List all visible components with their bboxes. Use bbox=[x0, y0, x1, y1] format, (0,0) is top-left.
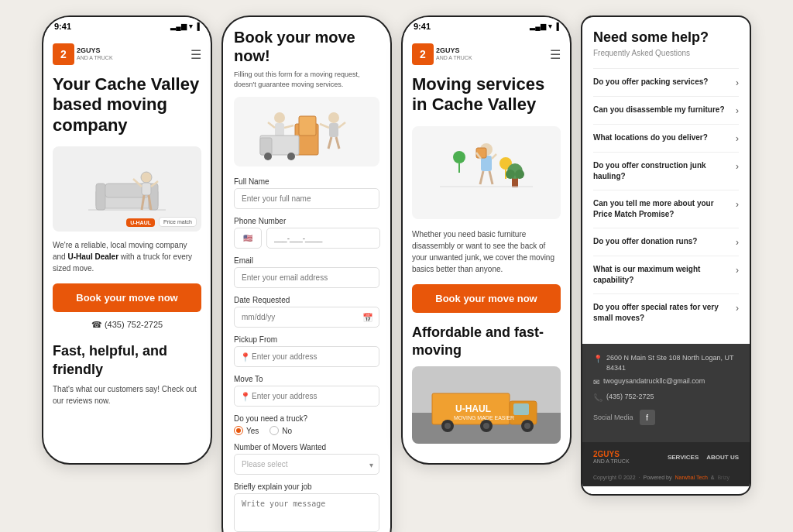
wifi-icon-3: ▾ bbox=[548, 22, 552, 30]
phone1-content: 2 2GUYS AND A TRUCK ☰ Your Cache Valley … bbox=[43, 34, 211, 416]
form-illustration bbox=[256, 101, 357, 163]
phone-number-input[interactable] bbox=[266, 228, 380, 249]
svg-point-49 bbox=[445, 423, 451, 429]
faq-item-2[interactable]: Can you disassemble my furniture? › bbox=[593, 96, 739, 124]
cta-button-3[interactable]: Book your move now bbox=[412, 284, 561, 313]
faq-question-8: Do you offer special rates for very smal… bbox=[593, 302, 736, 324]
truck-radio-group: Yes No bbox=[234, 426, 379, 435]
faq-question-2: Can you disassemble my furniture? bbox=[593, 105, 736, 115]
moveto-label: Move To bbox=[234, 375, 379, 383]
svg-rect-47 bbox=[513, 403, 529, 415]
price-match-badge: Price match bbox=[159, 217, 197, 227]
chevron-icon-5: › bbox=[736, 199, 739, 210]
svg-line-37 bbox=[492, 154, 496, 159]
movers-label: Number of Movers Wanted bbox=[234, 443, 379, 451]
menu-icon-1[interactable]: ☰ bbox=[191, 47, 201, 62]
email-input[interactable] bbox=[234, 267, 379, 288]
footer-logo-text: 2GUYS bbox=[593, 450, 630, 458]
menu-icon-3[interactable]: ☰ bbox=[550, 47, 561, 62]
status-icons-3: ▂▄▆ ▾ ▐ bbox=[530, 22, 559, 30]
footer-email: ✉ twoguysandatruckllc@gmail.com bbox=[593, 376, 739, 388]
country-code-input[interactable] bbox=[234, 228, 262, 249]
svg-rect-2 bbox=[96, 184, 105, 210]
truck-yes-dot bbox=[234, 426, 243, 435]
phone2-mockup: Book your move now! Filling out this for… bbox=[221, 15, 392, 532]
brizy-brand: Brizy bbox=[717, 475, 729, 480]
nav-about[interactable]: ABOUT US bbox=[706, 454, 739, 461]
svg-rect-14 bbox=[275, 123, 284, 137]
phone2-content: Book your move now! Filling out this for… bbox=[223, 17, 390, 532]
svg-point-43 bbox=[515, 170, 524, 179]
faq-question-5: Can you tell me more about your Price Ma… bbox=[593, 198, 736, 220]
services-hero-img bbox=[412, 126, 561, 219]
logo-icon-1: 2 bbox=[53, 43, 74, 65]
battery-icon: ▐ bbox=[195, 22, 200, 30]
email-group: Email bbox=[234, 256, 379, 288]
form-hero-img bbox=[234, 97, 379, 166]
truck-no-radio[interactable]: No bbox=[269, 426, 292, 435]
calendar-icon: 📅 bbox=[362, 312, 373, 322]
date-input[interactable] bbox=[234, 307, 379, 328]
logo-bar-3: 2 2GUYS AND A TRUCK ☰ bbox=[412, 43, 561, 65]
svg-point-42 bbox=[506, 170, 515, 179]
phone3-content: 2 2GUYS AND A TRUCK ☰ Moving services in… bbox=[403, 34, 570, 453]
date-group: Date Requested 📅 bbox=[234, 296, 379, 328]
facebook-icon[interactable]: f bbox=[640, 410, 655, 425]
job-group: Briefly explain your job bbox=[234, 482, 379, 532]
pickup-input[interactable] bbox=[234, 346, 379, 367]
faq-question-7: What is our maximum weight capability? bbox=[593, 264, 736, 286]
svg-rect-35 bbox=[476, 148, 486, 158]
phone-group: Phone Number bbox=[234, 217, 379, 249]
date-label: Date Requested bbox=[234, 296, 379, 304]
faq-item-5[interactable]: Can you tell me more about your Price Ma… bbox=[593, 190, 739, 228]
faq-item-8[interactable]: Do you offer special rates for very smal… bbox=[593, 293, 739, 331]
hero-heading-3: Moving services in Cache Valley bbox=[412, 74, 561, 115]
chevron-icon-4: › bbox=[736, 161, 739, 172]
form-heading: Book your move now! bbox=[234, 28, 379, 65]
full-name-label: Full Name bbox=[234, 177, 379, 186]
logo-icon-3: 2 bbox=[412, 43, 434, 65]
faq-item-7[interactable]: What is our maximum weight capability? › bbox=[593, 256, 739, 293]
social-row: Social Media f bbox=[593, 410, 739, 425]
movers-select[interactable]: Please select 1 2 3 bbox=[234, 454, 379, 475]
chevron-icon-6: › bbox=[736, 237, 739, 248]
moveto-input[interactable] bbox=[234, 386, 379, 407]
date-input-wrapper: 📅 bbox=[234, 307, 379, 328]
svg-point-51 bbox=[483, 423, 489, 429]
location-icon: 📍 bbox=[593, 354, 602, 365]
faq-item-6[interactable]: Do you offer donation runs? › bbox=[593, 228, 739, 256]
hero-image-1: U-HAUL Price match bbox=[53, 146, 201, 232]
moveto-group: Move To 📍 bbox=[234, 375, 379, 407]
section-heading-3: Affordable and fast-moving bbox=[412, 324, 561, 360]
job-textarea[interactable] bbox=[234, 493, 379, 532]
phone-number-1: ☎ (435) 752-2725 bbox=[53, 320, 201, 330]
faq-list: Do you offer packing services? › Can you… bbox=[593, 68, 739, 331]
svg-line-38 bbox=[480, 171, 483, 184]
svg-point-27 bbox=[264, 153, 272, 160]
faq-title: Need some help? bbox=[593, 29, 739, 46]
full-name-input[interactable] bbox=[234, 188, 379, 209]
truck-no-dot bbox=[269, 426, 279, 435]
couch-illustration bbox=[81, 162, 173, 216]
faq-item-4[interactable]: Do you offer construction junk hauling? … bbox=[593, 152, 739, 190]
svg-line-24 bbox=[336, 137, 339, 149]
cta-button-1[interactable]: Book your move now bbox=[53, 283, 201, 312]
footer-logo: 2GUYS AND A TRUCK bbox=[593, 450, 630, 464]
faq-question-1: Do you offer packing services? bbox=[593, 77, 736, 88]
movers-select-wrapper: Please select 1 2 3 ▾ bbox=[234, 454, 379, 475]
uhaul-img-section: U-HAUL MOVING MADE EASIER bbox=[412, 366, 561, 444]
time-1: 9:41 bbox=[54, 22, 71, 31]
time-3: 9:41 bbox=[414, 22, 431, 31]
social-label: Social Media bbox=[593, 414, 633, 421]
svg-rect-12 bbox=[299, 116, 316, 136]
svg-rect-6 bbox=[142, 183, 151, 195]
phone3-mockup: 9:41 ▂▄▆ ▾ ▐ 2 2GUYS AND A TRUCK ☰ Movin… bbox=[401, 15, 572, 465]
logo-text-3: 2GUYS AND A TRUCK bbox=[436, 47, 472, 61]
faq-item-3[interactable]: What locations do you deliver? › bbox=[593, 124, 739, 152]
faq-item-1[interactable]: Do you offer packing services? › bbox=[593, 68, 739, 96]
section-heading-1: Fast, helpful, and friendly bbox=[53, 342, 201, 379]
truck-yes-radio[interactable]: Yes bbox=[234, 426, 259, 435]
nav-services[interactable]: SERVICES bbox=[668, 454, 699, 461]
status-bar-1: 9:41 ▂▄▆ ▾ ▐ bbox=[43, 17, 211, 34]
footer-address: 📍 2600 N Main St Ste 108 North Logan, UT… bbox=[593, 353, 739, 372]
